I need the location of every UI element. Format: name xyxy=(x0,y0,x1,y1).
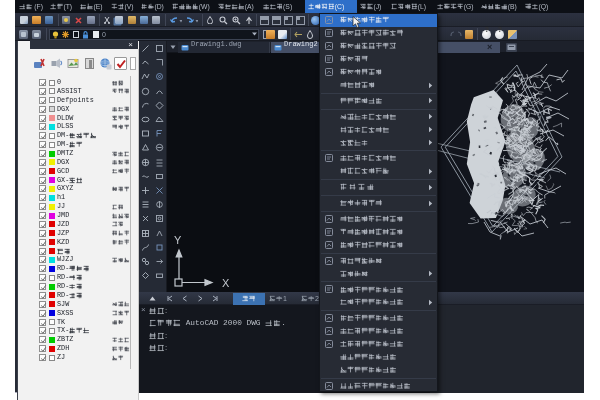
svg-text:Y: Y xyxy=(174,234,182,246)
svg-text:X: X xyxy=(222,277,230,289)
